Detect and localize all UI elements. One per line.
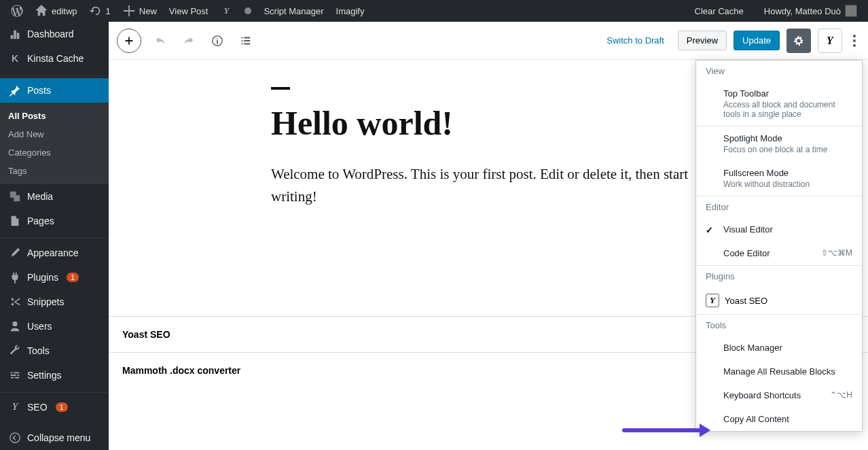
dot-icon (245, 7, 251, 14)
new-content[interactable]: New (117, 0, 162, 22)
yoast-adminbar[interactable]: Y (215, 0, 238, 22)
redo-button[interactable] (179, 31, 198, 50)
menu-seo[interactable]: YSEO1 (0, 395, 109, 419)
clear-cache[interactable]: Clear Cache (689, 0, 749, 22)
submenu-all-posts[interactable]: All Posts (0, 107, 109, 125)
pin-icon (8, 84, 22, 97)
site-name[interactable]: editwp (30, 0, 83, 22)
menu-snippets[interactable]: Snippets (0, 290, 109, 314)
undo-button[interactable] (151, 31, 170, 50)
menu-plugins[interactable]: Plugins1 (0, 265, 109, 290)
menu-users[interactable]: Users (0, 314, 109, 339)
update-button[interactable]: Update (734, 31, 780, 50)
more-menu-button[interactable] (849, 31, 860, 51)
dd-yoast-seo[interactable]: Y Yoast SEO (696, 287, 862, 314)
collapse-icon (8, 431, 22, 445)
plus-icon (123, 35, 135, 47)
brush-icon (8, 246, 22, 260)
dd-visual-editor[interactable]: ✓ Visual Editor (696, 218, 862, 241)
info-icon (211, 35, 223, 47)
dd-section-view: View (696, 60, 862, 82)
update-icon (90, 5, 102, 17)
menu-kinsta[interactable]: KKinsta Cache (0, 46, 109, 71)
menu-pages[interactable]: Pages (0, 209, 109, 233)
yoast-icon: Y (220, 5, 232, 17)
scissors-icon (8, 295, 22, 309)
menu-separator (0, 235, 109, 239)
annotation-arrow (622, 425, 710, 434)
dd-block-manager[interactable]: Block Manager (696, 336, 862, 360)
submenu-categories[interactable]: Categories (0, 143, 109, 162)
post-paragraph[interactable]: Welcome to WordPress. This is your first… (271, 163, 706, 207)
menu-separator (0, 390, 109, 393)
undo-icon (154, 35, 166, 47)
collapse-menu[interactable]: Collapse menu (0, 426, 109, 450)
menu-appearance[interactable]: Appearance (0, 241, 109, 265)
avatar (845, 5, 857, 17)
check-icon: ✓ (706, 225, 713, 235)
user-icon (8, 319, 22, 333)
info-button[interactable] (208, 31, 227, 50)
status-dot[interactable] (239, 0, 257, 22)
dd-manage-reusable[interactable]: Manage All Reusable Blocks (696, 360, 862, 383)
redo-icon (183, 35, 195, 47)
my-account[interactable]: Howdy, Matteo Duò (759, 0, 863, 22)
site-name-text: editwp (52, 6, 77, 16)
posts-submenu: All Posts Add New Categories Tags (0, 103, 109, 184)
update-count: 1 (106, 6, 111, 16)
howdy-text: Howdy, Matteo Duò (764, 6, 841, 16)
dd-section-editor: Editor (696, 196, 862, 218)
page-icon (8, 214, 22, 228)
script-manager[interactable]: Script Manager (258, 0, 329, 22)
add-block-button[interactable] (117, 29, 141, 53)
dd-code-editor[interactable]: Code Editor ⇧⌥⌘M (696, 241, 862, 265)
submenu-tags[interactable]: Tags (0, 162, 109, 180)
admin-sidebar: Dashboard KKinsta Cache Posts All Posts … (0, 22, 109, 450)
dd-fullscreen[interactable]: Fullscreen Mode Work without distraction (696, 161, 862, 196)
editor-header: Switch to Draft Preview Update Y (109, 22, 868, 60)
preview-button[interactable]: Preview (678, 31, 727, 50)
dd-copy-all[interactable]: Copy All Content (696, 407, 862, 431)
settings-toggle[interactable] (786, 29, 811, 53)
dashboard-icon (8, 27, 22, 41)
wrench-icon (8, 344, 22, 358)
updates[interactable]: 1 (84, 0, 116, 22)
list-icon (240, 35, 252, 47)
yoast-toggle[interactable]: Y (818, 29, 842, 53)
dd-section-tools: Tools (696, 315, 862, 336)
dots-icon (853, 35, 856, 37)
shortcut-text: ⇧⌥⌘M (821, 248, 852, 258)
menu-tools[interactable]: Tools (0, 339, 109, 363)
dd-spotlight[interactable]: Spotlight Mode Focus on one block at a t… (696, 126, 862, 161)
plug-icon (8, 271, 22, 284)
wordpress-icon (11, 5, 23, 17)
yoast-menu-icon: Y (8, 400, 22, 414)
kinsta-icon: K (8, 52, 22, 65)
media-icon (8, 190, 22, 203)
more-options-menu: View Top Toolbar Access all block and do… (695, 60, 863, 432)
meta-panel-title: Mammoth .docx converter (122, 365, 240, 376)
dd-keyboard-shortcuts[interactable]: Keyboard Shortcuts ⌃⌥H (696, 383, 862, 407)
gear-icon (793, 35, 805, 47)
imagify[interactable]: Imagify (331, 0, 370, 22)
meta-panel-title: Yoast SEO (122, 329, 170, 340)
dd-section-plugins: Plugins (696, 266, 862, 287)
wp-admin-bar: editwp 1 New View Post Y Script Manager … (0, 0, 868, 22)
new-label: New (139, 6, 157, 16)
post-title[interactable]: Hello world! (271, 103, 706, 143)
view-post-link[interactable]: View Post (164, 0, 214, 22)
seo-badge: 1 (56, 402, 68, 412)
svg-point-0 (10, 433, 20, 443)
menu-dashboard[interactable]: Dashboard (0, 22, 109, 46)
menu-settings[interactable]: Settings (0, 363, 109, 387)
title-accent (271, 87, 290, 90)
dd-top-toolbar[interactable]: Top Toolbar Access all block and documen… (696, 82, 862, 126)
yoast-icon: Y (827, 35, 833, 47)
yoast-icon: Y (706, 294, 719, 307)
menu-posts[interactable]: Posts (0, 78, 109, 103)
outline-button[interactable] (236, 31, 255, 50)
wp-logo[interactable] (5, 0, 29, 22)
menu-media[interactable]: Media (0, 184, 109, 209)
submenu-add-new[interactable]: Add New (0, 125, 109, 143)
switch-to-draft[interactable]: Switch to Draft (600, 31, 671, 50)
